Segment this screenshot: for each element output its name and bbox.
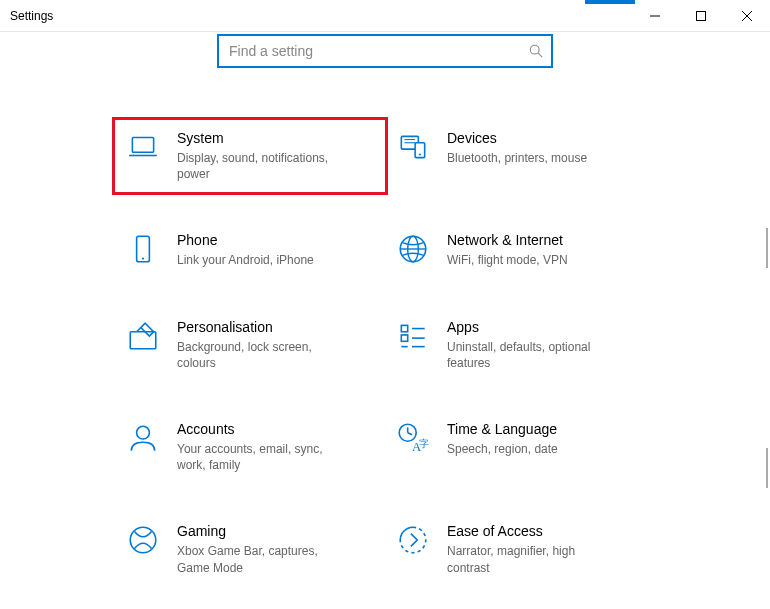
person-icon (125, 421, 161, 457)
category-ease-of-access[interactable]: Ease of Access Narrator, magnifier, high… (385, 513, 655, 585)
phone-icon (125, 232, 161, 268)
category-phone[interactable]: Phone Link your Android, iPhone (115, 222, 385, 278)
maximize-button[interactable] (678, 0, 724, 32)
category-apps[interactable]: Apps Uninstall, defaults, optional featu… (385, 309, 655, 381)
svg-point-14 (142, 258, 144, 260)
category-devices[interactable]: Devices Bluetooth, printers, mouse (385, 120, 655, 192)
category-desc: Display, sound, notifications, power (177, 150, 347, 182)
category-desc: Background, lock screen, colours (177, 339, 347, 371)
close-button[interactable] (724, 0, 770, 32)
category-title: Personalisation (177, 319, 347, 335)
window-accent-indicator (585, 0, 635, 4)
category-title: Apps (447, 319, 617, 335)
category-desc: Bluetooth, printers, mouse (447, 150, 587, 166)
time-language-icon: A字 (395, 421, 431, 457)
category-system[interactable]: System Display, sound, notifications, po… (115, 120, 385, 192)
category-accounts[interactable]: Accounts Your accounts, email, sync, wor… (115, 411, 385, 483)
svg-rect-19 (401, 325, 407, 331)
category-desc: Speech, region, date (447, 441, 558, 457)
devices-icon (395, 130, 431, 166)
category-desc: Link your Android, iPhone (177, 252, 314, 268)
category-gaming[interactable]: Gaming Xbox Game Bar, captures, Game Mod… (115, 513, 385, 585)
svg-point-25 (137, 426, 150, 439)
svg-point-12 (419, 153, 421, 155)
svg-rect-1 (697, 12, 706, 21)
ease-of-access-icon (395, 523, 431, 559)
window-title: Settings (0, 9, 632, 23)
category-network[interactable]: Network & Internet WiFi, flight mode, VP… (385, 222, 655, 278)
svg-text:字: 字 (419, 437, 429, 448)
svg-rect-21 (401, 335, 407, 341)
svg-point-31 (130, 528, 156, 554)
category-title: Phone (177, 232, 314, 248)
category-desc: Uninstall, defaults, optional features (447, 339, 617, 371)
svg-line-28 (408, 433, 412, 435)
globe-icon (395, 232, 431, 268)
categories-grid: System Display, sound, notifications, po… (115, 120, 655, 586)
window-controls (632, 0, 770, 31)
titlebar: Settings (0, 0, 770, 32)
category-title: Time & Language (447, 421, 558, 437)
scrollbar[interactable] (764, 228, 770, 588)
xbox-icon (125, 523, 161, 559)
category-title: Accounts (177, 421, 347, 437)
category-time-language[interactable]: A字 Time & Language Speech, region, date (385, 411, 655, 483)
apps-list-icon (395, 319, 431, 355)
search-input[interactable] (217, 34, 553, 68)
category-title: Ease of Access (447, 523, 617, 539)
search-container (217, 34, 553, 68)
category-personalisation[interactable]: Personalisation Background, lock screen,… (115, 309, 385, 381)
category-desc: Your accounts, email, sync, work, family (177, 441, 347, 473)
category-desc: Xbox Game Bar, captures, Game Mode (177, 543, 347, 575)
paint-icon (125, 319, 161, 355)
svg-rect-6 (132, 137, 153, 152)
category-desc: WiFi, flight mode, VPN (447, 252, 568, 268)
category-desc: Narrator, magnifier, high contrast (447, 543, 617, 575)
category-title: Devices (447, 130, 587, 146)
category-title: System (177, 130, 347, 146)
category-title: Gaming (177, 523, 347, 539)
laptop-icon (125, 130, 161, 166)
category-title: Network & Internet (447, 232, 568, 248)
minimize-button[interactable] (632, 0, 678, 32)
